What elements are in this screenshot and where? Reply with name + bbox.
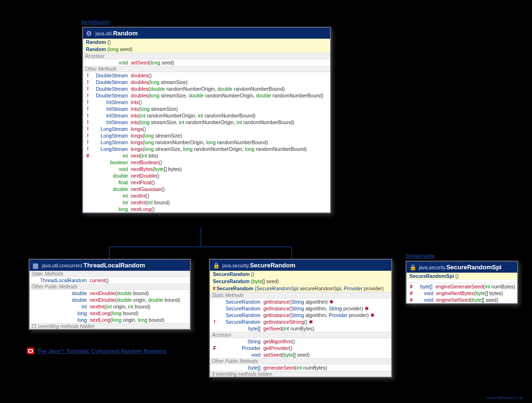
tutorial-link-text[interactable]: The Java™ Tutorials: Concurrent Random N… <box>37 348 167 354</box>
method-row: !DoubleStreamdoubles (double randomNumbe… <box>83 85 330 92</box>
method-row: booleannextBoolean () <box>83 159 330 166</box>
class-securerandom: java.security.SecureRandom SecureRandom … <box>209 259 392 378</box>
method-row: voidsetSeed (long seed) <box>83 59 330 66</box>
class-random: java.util.Random Random ()Random (long s… <box>82 27 331 213</box>
interface-label-random: Serializable <box>81 19 110 25</box>
method-row: !LongStreamlongs (long streamSize, long … <box>83 146 330 152</box>
method-row: doublenextDouble (double origin, double … <box>30 297 190 303</box>
section-other: Other Methods <box>83 66 330 72</box>
constructor-row: SecureRandom (byte[] seed) <box>210 278 391 285</box>
method-row: #voidengineNextBytes (byte[] bytes) <box>407 290 517 297</box>
method-row: !IntStreamints (long streamSize, int ran… <box>83 119 330 126</box>
class-random-title: java.util.Random <box>83 28 330 39</box>
pkg: java.util. <box>95 31 113 36</box>
constructor-row: SecureRandom () <box>210 271 391 278</box>
method-row: !LongStreamlongs (long streamSize) <box>83 132 330 139</box>
method-row: byte[]generateSeed (int numBytes) <box>210 364 391 371</box>
method-row: voidnextBytes (byte[] bytes) <box>83 166 330 172</box>
gear-icon <box>86 30 93 37</box>
connector-vert3 <box>291 246 292 260</box>
connector-horiz <box>109 246 292 247</box>
connector-vert2 <box>109 246 110 260</box>
interface-label-spi: Serializable <box>406 253 435 259</box>
method-row: FProvidergetProvider () <box>210 345 391 351</box>
method-row: !DoubleStreamdoubles () <box>83 72 330 79</box>
method-row: #voidengineSetSeed (byte[] seed) <box>407 297 517 303</box>
method-row: !SecureRandomgetInstanceStrong () ✱ <box>210 318 391 325</box>
method-row: #intnext (int bits) <box>83 152 330 159</box>
method-row: byte[]getSeed (int numBytes) <box>210 325 391 332</box>
method-row: !DoubleStreamdoubles (long streamSize) <box>83 79 330 85</box>
method-row: SecureRandomgetInstance (String algorith… <box>210 305 391 312</box>
method-row: SecureRandomgetInstance (String algorith… <box>210 298 391 305</box>
method-row: intnextInt (int bound) <box>83 199 330 206</box>
constructor-row: #SecureRandom (SecureRandomSpi secureRan… <box>210 285 391 292</box>
method-row: longnextLong (long bound) <box>30 310 190 317</box>
method-row: longnextLong () <box>83 206 330 212</box>
hidden-note: 21 overriding methods hidden <box>30 323 190 329</box>
class-spi-title: java.security.SecureRandomSpi <box>407 262 517 273</box>
class-tlr-title: java.util.concurrent.ThreadLocalRandom <box>30 260 190 271</box>
method-row: doublenextDouble (double bound) <box>30 290 190 297</box>
lock-icon <box>409 264 416 271</box>
method-row: !DoubleStreamdoubles (long streamSize, d… <box>83 92 330 99</box>
tutorial-link[interactable]: The Java™ Tutorials: Concurrent Random N… <box>27 348 167 354</box>
method-row: intnextInt (int origin, int bound) <box>30 303 190 310</box>
lock-icon <box>213 262 219 269</box>
method-row: floatnextFloat () <box>83 179 330 186</box>
constructor-row: Random (long seed) <box>83 46 330 53</box>
method-row: ThreadLocalRandomcurrent () <box>30 277 190 284</box>
method-row: StringgetAlgorithm () <box>210 338 391 345</box>
method-row: !IntStreamints (int randomNumberOrigin, … <box>83 112 330 119</box>
grid-icon <box>32 262 39 269</box>
credit: www.falkhausen.de <box>486 395 523 400</box>
method-row: #byte[]engineGenerateSeed (int numBytes) <box>407 283 517 290</box>
connector-vert1 <box>200 227 201 246</box>
method-row: doublenextDouble () <box>83 172 330 179</box>
method-row: doublenextGaussian () <box>83 186 330 192</box>
class-sr-title: java.security.SecureRandom <box>210 260 391 271</box>
class-name: Random <box>113 30 138 37</box>
class-threadlocalrandom: java.util.concurrent.ThreadLocalRandom S… <box>29 259 191 330</box>
method-row: longnextLong (long origin, long bound) <box>30 317 190 323</box>
method-row: SecureRandomgetInstance (String algorith… <box>210 312 391 318</box>
method-row: !LongStreamlongs () <box>83 126 330 132</box>
constructor-row: SecureRandomSpi () <box>407 273 517 280</box>
method-row: !LongStreamlongs (long randomNumberOrigi… <box>83 139 330 146</box>
method-row: intnextInt () <box>83 192 330 199</box>
method-row: voidsetSeed (byte[] seed) <box>210 351 391 358</box>
method-row: !IntStreamints () <box>83 99 330 106</box>
constructor-row: Random () <box>83 39 330 46</box>
class-securerandomspi: java.security.SecureRandomSpi SecureRand… <box>406 261 518 304</box>
section-accessor: Accessor <box>83 53 330 59</box>
method-row: !IntStreamints (long streamSize) <box>83 106 330 112</box>
oracle-icon <box>27 348 34 354</box>
